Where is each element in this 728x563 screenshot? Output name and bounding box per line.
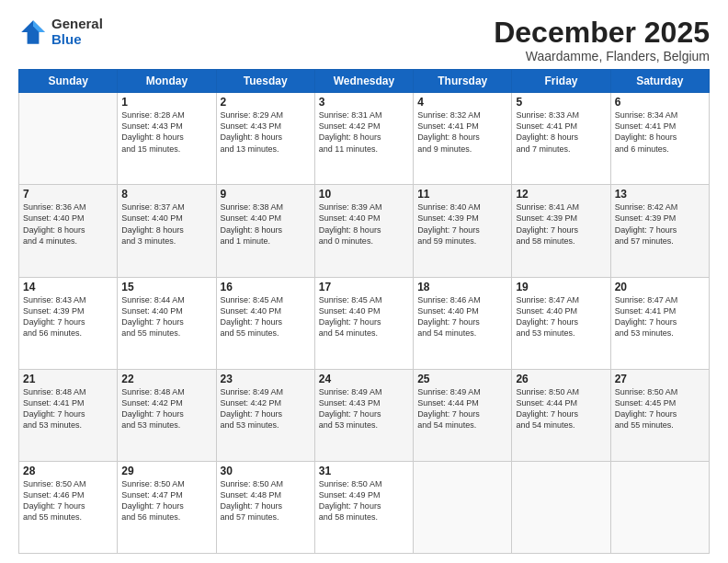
day-info: Sunrise: 8:50 AMSunset: 4:46 PMDaylight:… (23, 478, 113, 523)
day-info: Sunrise: 8:36 AMSunset: 4:40 PMDaylight:… (23, 201, 113, 247)
day-number: 14 (23, 281, 113, 293)
day-info: Sunrise: 8:48 AMSunset: 4:42 PMDaylight:… (121, 386, 211, 431)
table-row: 16Sunrise: 8:45 AMSunset: 4:40 PMDayligh… (216, 277, 314, 369)
table-row: 4Sunrise: 8:32 AMSunset: 4:41 PMDaylight… (414, 93, 512, 185)
day-number: 16 (221, 281, 311, 293)
day-info: Sunrise: 8:50 AMSunset: 4:45 PMDaylight:… (615, 386, 705, 431)
table-row: 31Sunrise: 8:50 AMSunset: 4:49 PMDayligh… (314, 461, 413, 553)
day-info: Sunrise: 8:32 AMSunset: 4:41 PMDaylight:… (417, 109, 507, 155)
day-number: 17 (319, 281, 409, 293)
week-row-5: 28Sunrise: 8:50 AMSunset: 4:46 PMDayligh… (19, 461, 710, 553)
table-row: 14Sunrise: 8:43 AMSunset: 4:39 PMDayligh… (19, 277, 118, 369)
day-number: 9 (221, 188, 311, 201)
week-row-2: 7Sunrise: 8:36 AMSunset: 4:40 PMDaylight… (19, 185, 710, 277)
day-number: 27 (615, 373, 705, 385)
day-info: Sunrise: 8:33 AMSunset: 4:41 PMDaylight:… (516, 109, 606, 155)
day-number: 21 (23, 373, 113, 385)
day-info: Sunrise: 8:39 AMSunset: 4:40 PMDaylight:… (319, 201, 409, 247)
title-block: December 2025 Waardamme, Flanders, Belgi… (494, 17, 710, 63)
table-row: 3Sunrise: 8:31 AMSunset: 4:42 PMDaylight… (314, 93, 413, 185)
day-info: Sunrise: 8:42 AMSunset: 4:39 PMDaylight:… (615, 201, 705, 247)
table-row: 29Sunrise: 8:50 AMSunset: 4:47 PMDayligh… (118, 461, 216, 553)
day-info: Sunrise: 8:28 AMSunset: 4:43 PMDaylight:… (121, 109, 211, 155)
calendar-table: Sunday Monday Tuesday Wednesday Thursday… (18, 69, 710, 554)
table-row: 19Sunrise: 8:47 AMSunset: 4:40 PMDayligh… (512, 277, 610, 369)
day-info: Sunrise: 8:48 AMSunset: 4:41 PMDaylight:… (23, 386, 113, 431)
day-info: Sunrise: 8:45 AMSunset: 4:40 PMDaylight:… (319, 294, 409, 339)
day-info: Sunrise: 8:37 AMSunset: 4:40 PMDaylight:… (121, 201, 211, 247)
table-row: 10Sunrise: 8:39 AMSunset: 4:40 PMDayligh… (314, 185, 413, 277)
day-number: 3 (319, 96, 409, 109)
day-number: 8 (121, 188, 211, 201)
table-row: 13Sunrise: 8:42 AMSunset: 4:39 PMDayligh… (610, 185, 709, 277)
day-number: 22 (121, 373, 211, 385)
table-row: 22Sunrise: 8:48 AMSunset: 4:42 PMDayligh… (118, 369, 216, 461)
day-number: 29 (121, 465, 211, 477)
table-row: 6Sunrise: 8:34 AMSunset: 4:41 PMDaylight… (610, 93, 709, 185)
page: General Blue December 2025 Waardamme, Fl… (0, 0, 728, 563)
week-row-4: 21Sunrise: 8:48 AMSunset: 4:41 PMDayligh… (19, 369, 710, 461)
day-info: Sunrise: 8:29 AMSunset: 4:43 PMDaylight:… (221, 109, 311, 155)
month-title: December 2025 (494, 17, 710, 49)
header-saturday: Saturday (610, 70, 709, 93)
day-info: Sunrise: 8:50 AMSunset: 4:44 PMDaylight:… (516, 386, 606, 431)
day-info: Sunrise: 8:49 AMSunset: 4:44 PMDaylight:… (417, 386, 507, 431)
table-row: 17Sunrise: 8:45 AMSunset: 4:40 PMDayligh… (314, 277, 413, 369)
logo: General Blue (18, 17, 103, 47)
day-number: 12 (516, 188, 606, 201)
day-number: 1 (121, 96, 211, 109)
logo-blue-text: Blue (51, 32, 103, 48)
table-row: 23Sunrise: 8:49 AMSunset: 4:42 PMDayligh… (216, 369, 314, 461)
header: General Blue December 2025 Waardamme, Fl… (18, 17, 710, 63)
table-row: 9Sunrise: 8:38 AMSunset: 4:40 PMDaylight… (216, 185, 314, 277)
location-subtitle: Waardamme, Flanders, Belgium (494, 49, 710, 63)
table-row: 11Sunrise: 8:40 AMSunset: 4:39 PMDayligh… (414, 185, 512, 277)
day-number: 13 (615, 188, 705, 201)
table-row: 8Sunrise: 8:37 AMSunset: 4:40 PMDaylight… (118, 185, 216, 277)
table-row: 21Sunrise: 8:48 AMSunset: 4:41 PMDayligh… (19, 369, 118, 461)
header-sunday: Sunday (19, 70, 118, 93)
day-info: Sunrise: 8:43 AMSunset: 4:39 PMDaylight:… (23, 294, 113, 339)
day-number: 2 (221, 96, 311, 109)
header-monday: Monday (118, 70, 216, 93)
day-info: Sunrise: 8:31 AMSunset: 4:42 PMDaylight:… (319, 109, 409, 155)
day-info: Sunrise: 8:50 AMSunset: 4:49 PMDaylight:… (319, 478, 409, 523)
header-wednesday: Wednesday (314, 70, 413, 93)
day-number: 6 (615, 96, 705, 109)
table-row: 5Sunrise: 8:33 AMSunset: 4:41 PMDaylight… (512, 93, 610, 185)
day-info: Sunrise: 8:49 AMSunset: 4:43 PMDaylight:… (319, 386, 409, 431)
day-info: Sunrise: 8:45 AMSunset: 4:40 PMDaylight:… (221, 294, 311, 339)
day-number: 20 (615, 281, 705, 293)
day-number: 11 (417, 188, 507, 201)
day-info: Sunrise: 8:38 AMSunset: 4:40 PMDaylight:… (221, 201, 311, 247)
day-number: 25 (417, 373, 507, 385)
day-number: 15 (121, 281, 211, 293)
table-row (414, 461, 512, 553)
day-number: 28 (23, 465, 113, 477)
day-number: 23 (221, 373, 311, 385)
day-info: Sunrise: 8:47 AMSunset: 4:40 PMDaylight:… (516, 294, 606, 339)
day-number: 4 (417, 96, 507, 109)
table-row: 27Sunrise: 8:50 AMSunset: 4:45 PMDayligh… (610, 369, 709, 461)
table-row: 12Sunrise: 8:41 AMSunset: 4:39 PMDayligh… (512, 185, 610, 277)
table-row: 25Sunrise: 8:49 AMSunset: 4:44 PMDayligh… (414, 369, 512, 461)
week-row-1: 1Sunrise: 8:28 AMSunset: 4:43 PMDaylight… (19, 93, 710, 185)
table-row (512, 461, 610, 553)
logo-icon (18, 17, 48, 47)
day-number: 10 (319, 188, 409, 201)
table-row: 18Sunrise: 8:46 AMSunset: 4:40 PMDayligh… (414, 277, 512, 369)
day-info: Sunrise: 8:49 AMSunset: 4:42 PMDaylight:… (221, 386, 311, 431)
logo-text: General Blue (51, 17, 103, 47)
day-number: 26 (516, 373, 606, 385)
week-row-3: 14Sunrise: 8:43 AMSunset: 4:39 PMDayligh… (19, 277, 710, 369)
table-row: 7Sunrise: 8:36 AMSunset: 4:40 PMDaylight… (19, 185, 118, 277)
day-number: 5 (516, 96, 606, 109)
header-friday: Friday (512, 70, 610, 93)
table-row (19, 93, 118, 185)
day-info: Sunrise: 8:40 AMSunset: 4:39 PMDaylight:… (417, 201, 507, 247)
table-row: 20Sunrise: 8:47 AMSunset: 4:41 PMDayligh… (610, 277, 709, 369)
day-number: 18 (417, 281, 507, 293)
day-info: Sunrise: 8:47 AMSunset: 4:41 PMDaylight:… (615, 294, 705, 339)
day-info: Sunrise: 8:46 AMSunset: 4:40 PMDaylight:… (417, 294, 507, 339)
table-row: 1Sunrise: 8:28 AMSunset: 4:43 PMDaylight… (118, 93, 216, 185)
